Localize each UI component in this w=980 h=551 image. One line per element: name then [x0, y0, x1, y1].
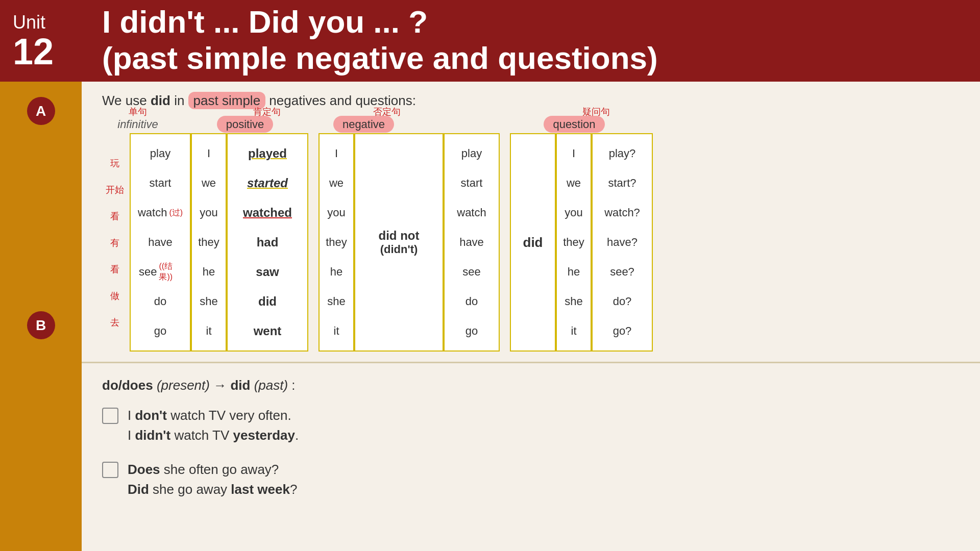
q-do: do? — [601, 288, 644, 315]
example2-line2: Did she go away last week? — [128, 480, 297, 499]
pron3-she: she — [565, 288, 582, 315]
sb-past: (past) — [254, 378, 288, 393]
did-main-word: did — [519, 229, 547, 256]
section-b-content: do/does (present) → did (past) : I don't… — [82, 363, 980, 551]
sidebar-section-b: B — [0, 296, 82, 551]
sb-arrow: → — [213, 378, 227, 393]
didnot-text: did not — [379, 229, 420, 243]
pos-had: had — [236, 229, 299, 256]
grammar-table: 玩 开始 看 有 看 做 去 play start watch (过) have… — [102, 133, 960, 352]
unit-header: Unit 12 — [0, 0, 82, 82]
sb-do-does: do/does — [102, 378, 153, 393]
pron2-you: you — [328, 199, 345, 226]
col-questions: play? start? watch? have? see? do? go? — [592, 133, 653, 352]
col-pronoun2: I we you they he she it — [318, 133, 354, 352]
header: I didn't ... Did you ... ? (past simple … — [82, 0, 980, 82]
unit-label: Unit — [13, 12, 45, 33]
sidebar: Unit 12 A B — [0, 0, 82, 551]
pron2-we: we — [328, 170, 345, 196]
intro-in: in — [170, 93, 188, 108]
q-play: play? — [601, 140, 644, 167]
sb-did: did — [230, 378, 250, 393]
pron1-I: I — [200, 140, 217, 167]
pos-started: started — [236, 170, 299, 196]
example2-line1: Does she often go away? — [128, 460, 297, 480]
q-have: have? — [601, 229, 644, 256]
pos-played: played — [236, 140, 299, 167]
intro-bold: did — [151, 93, 170, 108]
pos-did: did — [236, 288, 299, 315]
sb-colon: : — [291, 378, 295, 393]
pron2-she: she — [328, 288, 345, 315]
inf2-see: see — [453, 259, 491, 285]
pron3-you: you — [565, 199, 582, 226]
col-header-positive: positive — [217, 116, 274, 133]
pron3-they: they — [565, 229, 582, 256]
col-header-negative: negative — [333, 116, 394, 133]
section-b-title: do/does (present) → did (past) : — [102, 378, 960, 393]
sb-present: (present) — [157, 378, 210, 393]
grammar-table-container: 玩 开始 看 有 看 做 去 play start watch (过) have… — [102, 133, 960, 352]
inf2-watch: watch — [453, 199, 491, 226]
inf-start: start — [139, 170, 182, 196]
pron3-he: he — [565, 259, 582, 285]
col-infinitive2: play start watch have see do go — [444, 133, 500, 352]
example-text-2: Does she often go away? Did she go away … — [128, 460, 297, 499]
col-did-main: did — [510, 133, 556, 352]
example-item-1: I don't watch TV very often. I didn't wa… — [102, 406, 960, 445]
pron1-they: they — [200, 229, 217, 256]
checkbox-1[interactable] — [102, 408, 118, 424]
annot-kending: 肯定句 — [253, 106, 281, 118]
inf-have: have — [139, 229, 182, 256]
pron3-we: we — [565, 170, 582, 196]
title-line1: I didn't ... Did you ... ? — [102, 4, 658, 40]
section-a-content: We use did in past simple negatives and … — [82, 82, 980, 363]
example1-line2: I didn't watch TV yesterday. — [128, 425, 299, 445]
pron1-we: we — [200, 170, 217, 196]
pos-went: went — [236, 318, 299, 344]
pron2-it: it — [328, 318, 345, 344]
inf-do: do — [139, 288, 182, 315]
pron1-he: he — [200, 259, 217, 285]
q-watch: watch? — [601, 199, 644, 226]
annot-fouding: 否定句 — [373, 106, 401, 118]
q-go: go? — [601, 318, 644, 344]
gap1 — [308, 133, 318, 352]
gap2 — [500, 133, 510, 352]
annot-yiwen: 疑问句 — [582, 106, 610, 118]
inf2-go: go — [453, 318, 491, 344]
annot-danhua: 单句 — [129, 106, 147, 118]
pron2-he: he — [328, 259, 345, 285]
col-header-question: question — [544, 116, 604, 133]
section-a-badge: A — [27, 97, 55, 125]
pron1-it: it — [200, 318, 217, 344]
inf-play: play — [139, 140, 182, 167]
pron3-I: I — [565, 140, 582, 167]
inf-watch: watch (过) — [139, 199, 182, 226]
pron1-you: you — [200, 199, 217, 226]
inf2-have: have — [453, 229, 491, 256]
pos-saw: saw — [236, 259, 299, 285]
pos-watched: watched — [236, 199, 299, 226]
sidebar-section-a: A — [0, 82, 82, 296]
col-header-infinitive: infinitive — [117, 118, 158, 131]
col-pronoun1: I we you they he she it — [191, 133, 227, 352]
inf-go: go — [139, 318, 182, 344]
pron3-it: it — [565, 318, 582, 344]
page-title: I didn't ... Did you ... ? (past simple … — [102, 4, 658, 77]
pron1-she: she — [200, 288, 217, 315]
col-didnot: did not (didn't) — [354, 133, 444, 352]
inf2-play: play — [453, 140, 491, 167]
inf2-start: start — [453, 170, 491, 196]
unit-number: 12 — [13, 33, 54, 70]
q-start: start? — [601, 170, 644, 196]
checkbox-2[interactable] — [102, 462, 118, 478]
example1-line1: I don't watch TV very often. — [128, 406, 299, 425]
q-see: see? — [601, 259, 644, 285]
section-b-badge: B — [27, 311, 55, 339]
example-text-1: I don't watch TV very often. I didn't wa… — [128, 406, 299, 445]
example-item-2: Does she often go away? Did she go away … — [102, 460, 960, 499]
pron2-they: they — [328, 229, 345, 256]
inf2-do: do — [453, 288, 491, 315]
intro-text: We use did in past simple negatives and … — [102, 93, 960, 109]
